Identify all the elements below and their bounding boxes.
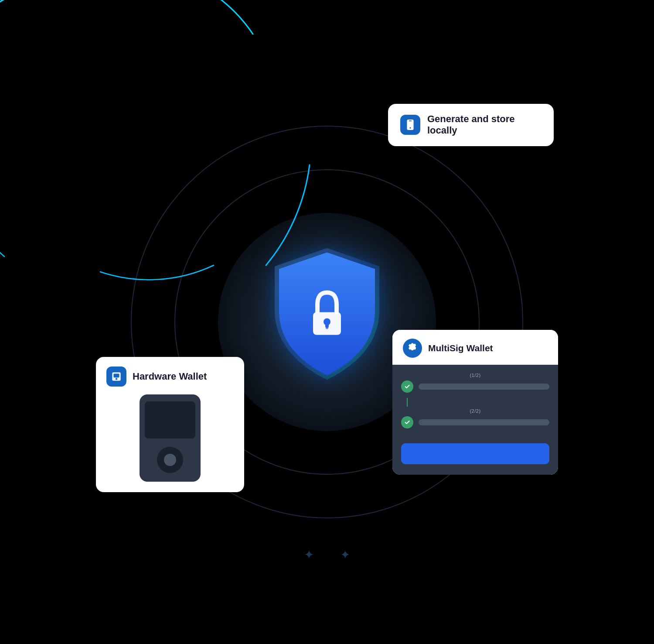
- shield-container: [262, 238, 392, 391]
- sig1-label: (1/2): [401, 373, 549, 378]
- hardware-wallet-card: Hardware Wallet: [96, 357, 244, 492]
- generate-card-title: Generate and store locally: [427, 113, 542, 137]
- multisig-icon: [403, 339, 422, 358]
- sig2-check: [401, 416, 413, 428]
- multisig-body: (1/2) (2/2): [392, 365, 558, 443]
- hardware-device-illustration: [140, 394, 201, 482]
- phone-svg: [405, 119, 416, 130]
- svg-rect-4: [326, 324, 328, 329]
- sig1-bar: [419, 384, 549, 390]
- hw-nav-inner: [164, 454, 176, 466]
- deco-snowflake-2: ✦: [340, 548, 350, 562]
- sig2-label: (2/2): [401, 408, 549, 414]
- svg-point-6: [409, 127, 411, 129]
- check-icon-1: [404, 384, 410, 390]
- sig2-bar: [419, 419, 549, 425]
- svg-rect-9: [114, 374, 119, 378]
- deco-snowflake-1: ✦: [304, 548, 314, 562]
- multisig-wallet-card: MultiSig Wallet (1/2) (2/2): [392, 330, 558, 475]
- shield-icon: [266, 245, 388, 384]
- hardware-card-title: Hardware Wallet: [133, 371, 207, 382]
- main-scene: Generate and store locally Hardware Wall…: [87, 82, 567, 562]
- svg-point-10: [116, 378, 117, 380]
- sig1-check: [401, 380, 413, 393]
- check-icon-2: [404, 419, 410, 425]
- multisig-card-title: MultiSig Wallet: [428, 343, 493, 353]
- hardware-card-header: Hardware Wallet: [106, 367, 234, 387]
- hardware-icon-svg: [111, 371, 122, 382]
- hardware-icon: [106, 367, 126, 387]
- multisig-action-button[interactable]: [401, 443, 549, 464]
- generate-card: Generate and store locally: [388, 104, 554, 146]
- hw-device-screen: [145, 401, 195, 438]
- gear-icon: [407, 343, 418, 353]
- svg-rect-7: [409, 121, 412, 122]
- sig-row-2: (2/2): [401, 408, 549, 428]
- sig-row-1: (1/2): [401, 373, 549, 393]
- sig-connector: [407, 398, 408, 407]
- sig2-bar-row: [401, 416, 549, 428]
- sig1-bar-row: [401, 380, 549, 393]
- decorative-dots: ✦ ✦: [304, 548, 350, 562]
- hw-device-nav: [157, 447, 183, 473]
- multisig-button-row: [392, 443, 558, 475]
- phone-icon: [400, 115, 420, 135]
- multisig-header: MultiSig Wallet: [392, 330, 558, 365]
